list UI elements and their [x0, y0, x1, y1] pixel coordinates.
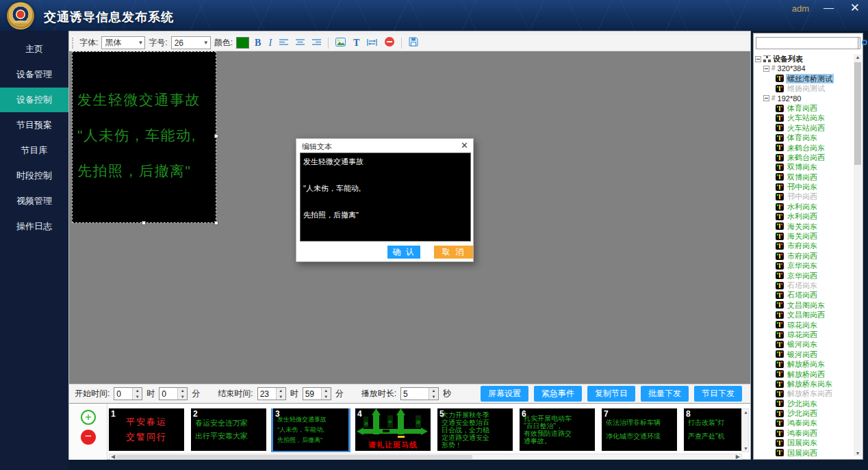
scroll-up-icon[interactable]: ▲ — [854, 55, 862, 60]
device-item[interactable]: 解放桥东岗西 — [755, 389, 855, 398]
device-item[interactable]: 沙北岗东 — [755, 399, 855, 408]
device-item[interactable]: 双博岗东 — [755, 162, 855, 172]
device-item[interactable]: 京华岗东 — [755, 261, 855, 270]
device-search-input[interactable] — [756, 37, 858, 49]
device-item[interactable]: 解放桥岗西 — [755, 369, 855, 379]
device-item[interactable]: 京华岗西 — [755, 271, 855, 280]
led-preview[interactable]: 发生轻微交通事故"人未伤，车能动,先拍照，后撤离" — [72, 51, 216, 223]
program-thumb-7[interactable]: 7依法治理非标车辆净化城市交通环境 — [602, 408, 677, 451]
sidebar-item-3[interactable]: 设备控制 — [0, 88, 68, 112]
confirm-button[interactable]: 确 认 — [387, 246, 420, 259]
device-item[interactable]: 市府岗西 — [755, 251, 855, 261]
device-item[interactable]: 海关岗西 — [755, 231, 855, 241]
start-hour-input[interactable] — [114, 388, 132, 400]
device-item[interactable]: 国展岗西 — [755, 448, 855, 456]
scrollbar-thumb[interactable] — [854, 62, 861, 165]
sidebar-item-8[interactable]: 操作日志 — [0, 214, 68, 239]
program-thumb-5[interactable]: 5大力开展秋冬季交通安全整治百日会战，全力稳定道路交通安全形势！ — [437, 408, 513, 451]
device-item[interactable]: 文昌阁岗东 — [755, 300, 855, 310]
end-minute-stepper[interactable]: ▲▼ — [303, 387, 331, 400]
end-hour-stepper[interactable]: ▲▼ — [257, 387, 286, 400]
device-tree-scrollbar[interactable]: ▲ ▼ — [854, 54, 862, 456]
transition-button[interactable] — [365, 38, 379, 49]
action-button-1[interactable]: 屏幕设置 — [481, 386, 528, 402]
collapse-icon[interactable] — [755, 56, 761, 62]
device-item[interactable]: 琼花岗西 — [755, 330, 855, 339]
sidebar-item-7[interactable]: 视频管理 — [0, 189, 68, 213]
device-item[interactable]: 火车站岗西 — [755, 123, 855, 133]
minimize-button[interactable]: — — [824, 1, 834, 13]
program-thumb-1[interactable]: 1平安春运交警同行 — [109, 408, 184, 451]
duration-stepper[interactable]: ▲▼ — [400, 387, 439, 400]
font-select[interactable]: 黑体▼ — [101, 36, 145, 49]
sidebar-item-2[interactable]: 设备管理 — [0, 62, 68, 87]
device-item[interactable]: 鸿泰岗西 — [755, 428, 855, 438]
device-item[interactable]: 市府岗东 — [755, 241, 855, 250]
bold-button[interactable]: B — [253, 38, 263, 49]
playlist-vertical-scrollbar[interactable]: ▲ ▼ — [741, 408, 749, 452]
device-item[interactable]: 体育岗西 — [755, 103, 855, 113]
action-button-4[interactable]: 批量下发 — [641, 386, 689, 402]
program-thumb-3[interactable]: 3发生轻微交通事故"人未伤，车能动,先拍照，后撤离" — [273, 408, 348, 451]
spinner-arrows[interactable]: ▲▼ — [132, 388, 142, 400]
sidebar-item-1[interactable]: 主页 — [0, 37, 68, 62]
scroll-up-icon[interactable]: ▲ — [743, 410, 748, 415]
sidebar-item-5[interactable]: 节目库 — [0, 138, 68, 163]
cancel-button[interactable]: 取 消 — [434, 246, 473, 259]
current-user[interactable]: adm — [792, 3, 809, 14]
device-item[interactable]: 来鹤台岗东 — [755, 143, 855, 153]
end-minute-input[interactable] — [303, 388, 321, 400]
device-item[interactable]: 沙北岗西 — [755, 408, 855, 418]
start-hour-stepper[interactable]: ▲▼ — [114, 387, 142, 400]
resize-handle-right[interactable] — [214, 134, 218, 138]
program-thumb-8[interactable]: 8打击改装"灯严查严处"机 — [684, 408, 742, 451]
device-item[interactable]: 水利岗东 — [755, 202, 855, 211]
spinner-arrows[interactable]: ▲▼ — [429, 388, 438, 400]
dialog-close-icon[interactable]: ✕ — [461, 140, 468, 151]
device-item[interactable]: 双博岗西 — [755, 172, 855, 182]
dialog-textarea[interactable]: 发生轻微交通事故"人未伤，车能动,先拍照，后撤离" — [300, 153, 471, 241]
scroll-down-icon[interactable]: ▼ — [854, 451, 862, 456]
program-thumb-2[interactable]: 2春运安全连万家出行平安靠大家 — [191, 408, 266, 451]
program-thumb-4[interactable]: 4路中路请礼让斑马线 — [355, 408, 431, 451]
color-swatch[interactable] — [236, 37, 249, 49]
scroll-right-icon[interactable]: ▶ — [736, 454, 740, 460]
scroll-down-icon[interactable]: ▼ — [743, 446, 748, 451]
device-item[interactable]: 邗中岗东 — [755, 182, 855, 192]
collapse-icon[interactable] — [763, 66, 769, 72]
insert-text-button[interactable]: T — [351, 38, 361, 49]
device-item[interactable]: 鸿泰岗东 — [755, 418, 855, 428]
device-item[interactable]: 解放桥岗东 — [755, 359, 855, 369]
device-item[interactable]: 银河岗东 — [755, 339, 855, 349]
spinner-arrows[interactable]: ▲▼ — [276, 388, 285, 400]
resize-handle-bottom[interactable] — [142, 221, 146, 225]
insert-image-button[interactable] — [333, 38, 348, 49]
device-item[interactable]: 来鹤台岗西 — [755, 153, 855, 162]
start-minute-stepper[interactable]: ▲▼ — [159, 387, 188, 400]
font-size-select[interactable]: 26▼ — [171, 36, 211, 49]
program-thumb-6[interactable]: 6扎实开展电动车"百日整治"，有效预防道路交通事故。 — [520, 408, 595, 451]
device-item[interactable]: 水利岗西 — [755, 211, 855, 221]
device-item[interactable]: 石塔岗东 — [755, 280, 855, 290]
action-button-5[interactable]: 节目下发 — [694, 386, 742, 402]
device-item[interactable]: 体育岗东 — [755, 133, 855, 142]
playlist-horizontal-scrollbar[interactable]: ◀ ▶ — [109, 454, 742, 460]
device-group-192*80[interactable]: #192*80 — [755, 94, 855, 103]
sidebar-item-4[interactable]: 节目预案 — [0, 113, 68, 138]
device-item[interactable]: 维扬岗测试 — [755, 83, 855, 93]
search-button[interactable] — [858, 37, 860, 49]
device-item[interactable]: 琼花岗东 — [755, 320, 855, 330]
action-button-2[interactable]: 紧急事件 — [534, 386, 582, 402]
device-item[interactable]: 文昌阁岗西 — [755, 310, 855, 319]
save-button[interactable] — [407, 37, 420, 49]
device-item[interactable]: 石塔岗西 — [755, 290, 855, 300]
align-right-button[interactable] — [310, 38, 323, 49]
collapse-icon[interactable] — [763, 95, 769, 101]
device-tree-root[interactable]: 设备列表 — [755, 54, 855, 64]
remove-program-button[interactable]: − — [81, 430, 96, 445]
device-item[interactable]: 银河岗西 — [755, 350, 855, 359]
device-item[interactable]: 国展岗东 — [755, 438, 855, 447]
device-item[interactable]: 海关岗东 — [755, 222, 855, 231]
spinner-arrows[interactable]: ▲▼ — [321, 388, 331, 400]
spinner-arrows[interactable]: ▲▼ — [177, 388, 187, 400]
